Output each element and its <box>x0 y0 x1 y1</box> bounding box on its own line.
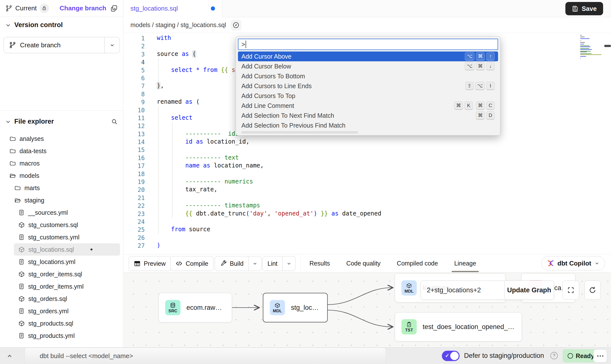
defer-toggle[interactable]: ✓ <box>442 351 460 361</box>
fullscreen-icon <box>567 286 575 294</box>
refresh-icon <box>589 286 596 294</box>
command-label: Add Cursors To Bottom <box>241 73 305 80</box>
dbt-ide-app: Current Change branch Version control Cr… <box>0 0 611 364</box>
command-label: Add Selection To Previous Find Match <box>241 122 345 129</box>
lineage-canvas[interactable]: SRC ecom.raw_stores MDL stg_locations MD… <box>124 272 611 347</box>
version-control-header[interactable]: Version control <box>5 21 118 29</box>
compile-button[interactable]: Compile <box>170 256 214 271</box>
line-number: 4 <box>124 58 147 66</box>
model-badge: MDL <box>401 280 417 296</box>
code-line: ) <box>157 242 611 250</box>
update-graph-button[interactable]: Update Graph <box>504 281 554 299</box>
line-number: 24 <box>124 218 147 226</box>
command-item[interactable]: Add Cursor Below⌥⌘↓ <box>238 61 498 71</box>
code-line <box>157 146 611 154</box>
save-icon <box>572 5 578 12</box>
line-number: 25 <box>124 226 147 234</box>
minimap[interactable] <box>580 35 602 59</box>
file-item-stg-order-items-sql[interactable]: stg_order_items.sql <box>0 268 123 280</box>
code-line: tax_rate, <box>157 186 611 194</box>
file-explorer-header[interactable]: File explorer <box>5 118 118 125</box>
file-item-stg-orders-sql[interactable]: stg_orders.sql <box>0 293 123 305</box>
minimap-slider[interactable] <box>604 45 611 47</box>
file-item-macros[interactable]: macros <box>0 157 123 169</box>
create-branch-button[interactable]: Create branch <box>3 37 120 53</box>
folder-open-icon <box>9 172 16 179</box>
line-number: 23 <box>124 210 147 218</box>
command-palette: > Add Cursor Above⌥⌘↑Add Cursor Below⌥⌘↓… <box>236 36 500 135</box>
file-item--sources-yml[interactable]: __sources.yml <box>0 206 123 219</box>
tab-lineage[interactable]: Lineage <box>453 254 477 272</box>
code-line <box>157 170 611 178</box>
command-item[interactable]: Add Cursor Above⌥⌘↑ <box>238 51 498 61</box>
chevron-up-icon[interactable] <box>6 353 13 359</box>
sidebar: Current Change branch Version control Cr… <box>0 0 123 347</box>
tab-compiled-code[interactable]: Compiled code <box>396 254 439 272</box>
file-item-label: stg_products.sql <box>28 320 73 327</box>
file-item-analyses[interactable]: analyses <box>0 132 123 145</box>
file-item-stg-locations-sql[interactable]: stg_locations.sql• <box>14 243 120 256</box>
chevron-down-icon <box>252 261 257 266</box>
command-item[interactable]: Add Line Comment⌘K⌘C <box>238 101 498 111</box>
command-item[interactable]: Add Selection To Next Find Match⌘D <box>238 111 498 120</box>
save-button[interactable]: Save <box>565 2 603 15</box>
create-branch-dropdown[interactable] <box>104 37 120 53</box>
command-item[interactable]: Add Selection To Previous Find Match <box>238 120 498 130</box>
build-label: Build <box>230 260 244 267</box>
file-icon <box>18 283 25 290</box>
command-label: Add Cursor Below <box>241 63 291 70</box>
more-options-button[interactable] <box>593 349 607 363</box>
current-branch-label: Current <box>15 4 37 12</box>
file-icon <box>18 332 25 339</box>
compass-icon[interactable] <box>231 20 241 31</box>
file-item-stg-customers-yml[interactable]: stg_customers.yml <box>0 231 123 243</box>
line-number: 22 <box>124 202 147 210</box>
change-branch-link[interactable]: Change branch <box>60 4 106 12</box>
build-dropdown[interactable] <box>249 256 261 271</box>
command-item[interactable]: Add Cursors To Bottom <box>238 71 498 81</box>
lint-button[interactable]: Lint <box>262 256 295 271</box>
file-item-models[interactable]: models <box>0 169 123 182</box>
file-item-data-tests[interactable]: data-tests <box>0 145 123 157</box>
lineage-selector-input[interactable]: 2+stg_locations+2 <box>421 281 504 299</box>
file-item-stg-customers-sql[interactable]: stg_customers.sql <box>0 219 123 231</box>
folder-open-icon <box>14 197 21 204</box>
file-item-label: models <box>19 172 39 179</box>
lineage-node-stg-locations[interactable]: MDL stg_locations <box>263 293 328 322</box>
build-button[interactable]: Build <box>215 256 262 271</box>
tab-code-quality[interactable]: Code quality <box>345 254 381 272</box>
toolbar-divider <box>301 254 301 272</box>
command-item[interactable]: Add Cursors To Top <box>238 91 498 101</box>
file-item-stg-locations-yml[interactable]: stg_locations.yml <box>0 256 123 268</box>
file-item-stg-products-sql[interactable]: stg_products.sql <box>0 317 123 330</box>
line-number: 12 <box>124 122 147 130</box>
command-palette-input[interactable]: > <box>238 39 498 50</box>
refresh-button[interactable] <box>584 281 601 300</box>
keycap: D <box>486 111 495 120</box>
dbt-copilot-button[interactable]: dbt Copilot <box>541 256 605 270</box>
tab-stg-locations[interactable]: stg_locations.sql <box>124 0 222 17</box>
fullscreen-button[interactable] <box>562 281 579 300</box>
file-item-stg-products-yml[interactable]: stg_products.yml <box>0 330 123 342</box>
search-icon[interactable] <box>111 118 118 125</box>
folder-icon <box>9 148 16 154</box>
line-number: 11 <box>124 114 147 122</box>
file-item-label: stg_order_items.sql <box>28 271 82 278</box>
command-item[interactable]: Add Cursors to Line Ends⇧⌥I <box>238 81 498 91</box>
file-item-marts[interactable]: marts <box>0 182 123 194</box>
file-item-staging[interactable]: staging <box>0 194 123 206</box>
help-icon[interactable]: ? <box>550 352 558 359</box>
lineage-node-source[interactable]: SRC ecom.raw_stores <box>159 293 232 322</box>
chevron-down-icon <box>287 261 291 266</box>
preview-button[interactable]: Preview <box>129 256 171 271</box>
command-drawer[interactable]: dbt build --select <model_name> <box>25 347 386 364</box>
tab-results[interactable]: Results <box>308 254 331 272</box>
node-label: test_does_location_opened_at_trunc_t… <box>423 323 515 331</box>
file-item-stg-order-items-yml[interactable]: stg_order_items.yml <box>0 280 123 293</box>
file-item-stg-orders-yml[interactable]: stg_orders.yml <box>0 305 123 317</box>
lineage-node-test[interactable]: TST test_does_location_opened_at_trunc_t… <box>395 312 522 341</box>
keycap: ⌘ <box>476 52 485 61</box>
copy-icon[interactable] <box>110 5 118 12</box>
command-label: Add Selection To Next Find Match <box>241 112 334 119</box>
lint-dropdown[interactable] <box>282 256 295 271</box>
